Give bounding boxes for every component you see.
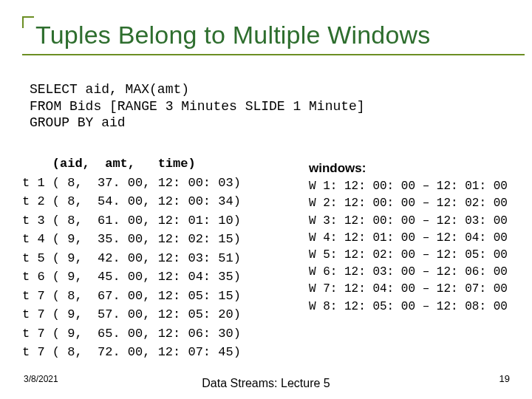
corner-decoration: [22, 16, 34, 28]
tuples-block: (aid, amt, time) t 1 ( 8, 37. 00, 12: 00…: [22, 154, 241, 362]
tuple-row: t 6 ( 9, 45. 00, 12: 04: 35): [22, 270, 241, 284]
window-row: W 6: 12: 03: 00 – 12: 06: 00: [309, 265, 508, 279]
window-row: W 2: 12: 00: 00 – 12: 02: 00: [309, 197, 508, 210]
footer-center: Data Streams: Lecture 5: [0, 377, 532, 390]
tuple-row: t 7 ( 8, 72. 00, 12: 07: 45): [22, 345, 241, 359]
window-row: W 1: 12: 00: 00 – 12: 01: 00: [309, 180, 508, 193]
tuple-row: t 7 ( 9, 57. 00, 12: 05: 20): [22, 307, 241, 321]
tuple-row: t 7 ( 8, 67. 00, 12: 05: 15): [22, 289, 241, 303]
footer-page: 19: [499, 373, 510, 384]
tuple-row: t 3 ( 8, 61. 00, 12: 01: 10): [22, 214, 241, 228]
window-row: W 4: 12: 01: 00 – 12: 04: 00: [309, 231, 508, 245]
footer: 3/8/2021 Data Streams: Lecture 5 19: [0, 365, 532, 392]
tuple-row: t 5 ( 9, 42. 00, 12: 03: 51): [22, 251, 241, 265]
tuple-row: t 2 ( 8, 54. 00, 12: 00: 34): [22, 194, 241, 208]
tuple-row: t 7 ( 9, 65. 00, 12: 06: 30): [22, 327, 241, 341]
sql-query: SELECT aid, MAX(amt) FROM Bids [RANGE 3 …: [30, 81, 365, 132]
window-row: W 7: 12: 04: 00 – 12: 07: 00: [309, 282, 508, 296]
windows-header: windows:: [309, 161, 366, 175]
tuples-header: (aid, amt, time): [22, 157, 196, 171]
tuple-row: t 4 ( 9, 35. 00, 12: 02: 15): [22, 232, 241, 246]
tuple-row: t 1 ( 8, 37. 00, 12: 00: 03): [22, 176, 241, 190]
title-underline: [22, 54, 525, 55]
slide-title: Tuples Belong to Multiple Windows: [35, 21, 430, 50]
window-row: W 3: 12: 00: 00 – 12: 03: 00: [309, 214, 508, 228]
windows-block: windows: W 1: 12: 00: 00 – 12: 01: 00 W …: [309, 160, 508, 316]
window-row: W 5: 12: 02: 00 – 12: 05: 00: [309, 248, 508, 262]
window-row: W 8: 12: 05: 00 – 12: 08: 00: [309, 300, 508, 313]
